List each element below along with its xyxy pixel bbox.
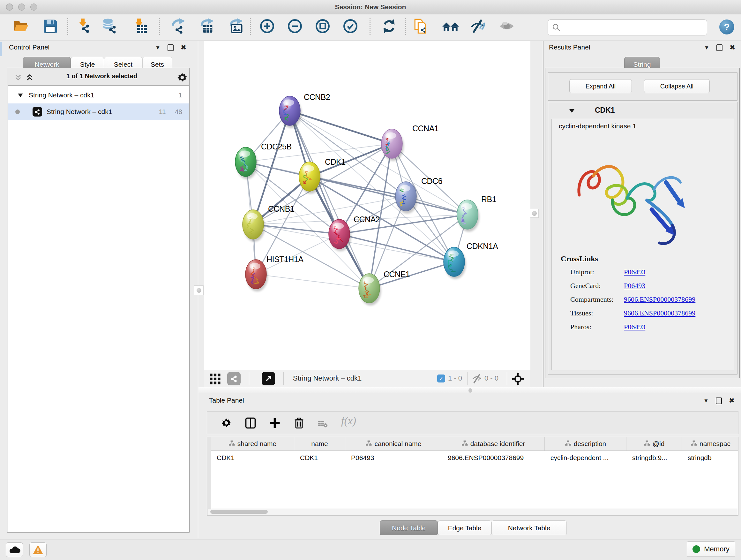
- column-header-namespac[interactable]: namespac: [682, 437, 738, 450]
- hidden-eye-slash-icon[interactable]: [472, 373, 483, 386]
- cloud-status-button[interactable]: [6, 543, 23, 557]
- toolbar-separator: [405, 18, 406, 35]
- search-input[interactable]: [562, 20, 704, 35]
- collection-expander-icon[interactable]: [18, 94, 23, 97]
- network-node[interactable]: [444, 247, 466, 279]
- column-header--id[interactable]: @id: [626, 437, 682, 450]
- network-row-selected[interactable]: String Network – cdk1 11 48: [8, 104, 189, 120]
- table-cell[interactable]: P06493: [345, 451, 442, 465]
- search-field[interactable]: [548, 19, 707, 36]
- open-in-window-icon[interactable]: [262, 372, 275, 385]
- column-header-name[interactable]: name: [294, 437, 345, 450]
- network-node[interactable]: [329, 219, 351, 251]
- right-divider-handle[interactable]: [530, 209, 539, 218]
- crosslink-value-link[interactable]: P06493: [624, 268, 645, 276]
- hide-panel-icon[interactable]: [469, 17, 487, 36]
- show-eye-icon[interactable]: [498, 17, 516, 36]
- delete-table-icon[interactable]: [318, 419, 328, 430]
- refresh-icon[interactable]: [380, 17, 398, 36]
- table-panel-menu-icon[interactable]: ▼: [703, 398, 709, 403]
- table-panel-close-icon[interactable]: ✖: [729, 397, 735, 404]
- function-builder-icon[interactable]: f(x): [341, 415, 356, 427]
- zoom-out-icon[interactable]: [286, 17, 304, 36]
- network-node[interactable]: [457, 200, 479, 232]
- results-panel-float-icon[interactable]: [717, 44, 723, 51]
- save-session-icon[interactable]: [42, 17, 59, 36]
- tab-edge-table[interactable]: Edge Table: [438, 520, 491, 535]
- control-panel-close-icon[interactable]: ✖: [181, 44, 186, 51]
- crosslink-value-link[interactable]: P06493: [624, 323, 645, 331]
- results-panel-close-icon[interactable]: ✖: [730, 44, 735, 51]
- network-edge[interactable]: [369, 262, 454, 288]
- zoom-selected-icon[interactable]: [341, 17, 359, 36]
- import-network-file-icon[interactable]: [74, 17, 92, 36]
- control-panel-float-icon[interactable]: [167, 44, 174, 51]
- column-header-shared-name[interactable]: shared name: [211, 437, 294, 450]
- table-cell[interactable]: stringdb:9...: [626, 451, 682, 465]
- network-collection-row[interactable]: String Network – cdk1 1: [8, 87, 189, 104]
- results-panel-menu-icon[interactable]: ▼: [704, 45, 710, 51]
- add-column-icon[interactable]: [268, 417, 281, 431]
- network-edge[interactable]: [290, 111, 392, 144]
- export-network-icon[interactable]: [169, 17, 187, 36]
- network-edge[interactable]: [256, 274, 369, 288]
- network-node[interactable]: [359, 273, 381, 306]
- horizontal-splitter[interactable]: [199, 387, 741, 394]
- table-row[interactable]: CDK1CDK1P064939606.ENSP00000378699cyclin…: [211, 451, 738, 465]
- collapse-all-networks-icon[interactable]: [14, 74, 22, 83]
- table-panel-float-icon[interactable]: [716, 397, 722, 404]
- navigator-crosshair-icon[interactable]: [511, 372, 525, 387]
- table-cell[interactable]: CDK1: [211, 451, 294, 465]
- network-options-gear-icon[interactable]: [176, 71, 189, 85]
- zoom-fit-icon[interactable]: [314, 17, 332, 36]
- select-columns-icon[interactable]: [244, 417, 257, 431]
- table-horizontal-scrollbar[interactable]: [208, 509, 738, 515]
- tab-node-table[interactable]: Node Table: [380, 520, 438, 535]
- open-session-icon[interactable]: [12, 17, 30, 36]
- network-edge[interactable]: [256, 234, 339, 274]
- crosslink-value-link[interactable]: 9606.ENSP00000378699: [624, 309, 695, 317]
- table-cell[interactable]: cyclin-dependent ...: [545, 451, 626, 465]
- grid-view-icon[interactable]: [209, 373, 221, 387]
- node-label: RB1: [481, 195, 496, 204]
- network-node[interactable]: [279, 96, 301, 128]
- warning-status-button[interactable]: [29, 543, 47, 557]
- string-home-icon[interactable]: [442, 17, 460, 36]
- expand-all-button[interactable]: Expand All: [569, 79, 632, 93]
- tab-network-table[interactable]: Network Table: [491, 520, 567, 535]
- export-image-icon[interactable]: [227, 17, 245, 36]
- network-node[interactable]: [246, 260, 268, 292]
- column-header-description[interactable]: description: [545, 437, 626, 450]
- export-table-icon[interactable]: [198, 17, 216, 36]
- table-cell[interactable]: stringdb: [682, 451, 738, 465]
- clone-network-icon[interactable]: [412, 17, 430, 36]
- column-header-database-identifier[interactable]: database identifier: [442, 437, 545, 450]
- crosslink-value-link[interactable]: 9606.ENSP00000378699: [624, 295, 695, 304]
- import-table-file-icon[interactable]: [131, 17, 148, 36]
- help-button[interactable]: ?: [719, 19, 734, 35]
- collection-count: 1: [179, 91, 182, 99]
- zoom-in-icon[interactable]: [258, 17, 276, 36]
- network-edge[interactable]: [290, 111, 468, 214]
- network-node[interactable]: [243, 210, 265, 242]
- table-cell[interactable]: 9606.ENSP00000378699: [442, 451, 545, 465]
- left-divider-handle[interactable]: [194, 286, 204, 295]
- expand-all-networks-icon[interactable]: [26, 74, 33, 83]
- crosslink-value-link[interactable]: P06493: [624, 282, 645, 290]
- memory-button[interactable]: Memory: [687, 542, 735, 557]
- import-network-database-icon[interactable]: [101, 17, 119, 36]
- table-cell[interactable]: CDK1: [294, 451, 345, 465]
- toolbar-separator: [159, 18, 160, 35]
- right-panel-divider[interactable]: [543, 41, 543, 387]
- control-panel-menu-icon[interactable]: ▼: [155, 45, 160, 51]
- entry-expander-icon[interactable]: [569, 109, 575, 113]
- network-canvas[interactable]: CCNB2CCNA1CDC25BCDK1CDC6RB1CCNB1CCNA2CDK…: [204, 41, 530, 370]
- table-settings-gear-icon[interactable]: [220, 417, 232, 431]
- hierarchy-icon: [565, 440, 571, 448]
- delete-column-trash-icon[interactable]: [293, 417, 306, 431]
- collapse-all-button[interactable]: Collapse All: [644, 79, 710, 93]
- scrollbar-thumb[interactable]: [210, 510, 268, 514]
- network-share-view-icon[interactable]: [227, 372, 241, 385]
- selected-checkbox-icon[interactable]: ✓: [437, 374, 445, 382]
- column-header-canonical-name[interactable]: canonical name: [345, 437, 442, 450]
